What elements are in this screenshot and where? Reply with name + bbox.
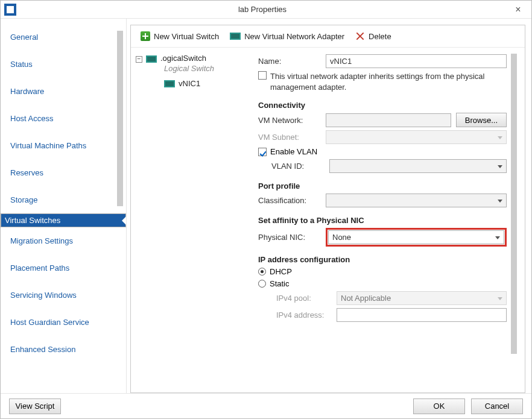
sidebar-item-reserves[interactable]: Reserves (1, 159, 126, 186)
connectivity-heading: Connectivity (258, 101, 507, 110)
sidebar-item-servicing-windows[interactable]: Servicing Windows (1, 282, 126, 309)
tree-root-subtitle: Logical Switch (164, 64, 255, 73)
sidebar: General Status Hardware Host Access Virt… (1, 19, 127, 393)
sidebar-item-label: Placement Paths (10, 263, 69, 273)
toolbar-label: New Virtual Network Adapter (244, 32, 344, 41)
inherit-checkbox[interactable] (258, 71, 267, 80)
sidebar-item-label: Status (10, 60, 33, 69)
vm-subnet-label: VM Subnet: (258, 133, 326, 142)
classification-label: Classification: (258, 196, 326, 205)
form-scrollbar[interactable] (509, 51, 519, 392)
affinity-heading: Set affinity to a Physical NIC (258, 216, 507, 225)
inherit-label: This virtual network adapter inherits se… (270, 71, 507, 92)
tree-child-vnic1[interactable]: vNIC1 (164, 79, 255, 88)
sidebar-item-status[interactable]: Status (1, 51, 126, 78)
physical-nic-select[interactable]: None (328, 230, 504, 244)
delete-icon (355, 31, 365, 41)
plus-icon (141, 31, 150, 41)
new-virtual-switch-button[interactable]: New Virtual Switch (137, 30, 223, 43)
sidebar-item-enhanced-session[interactable]: Enhanced Session (1, 336, 126, 363)
main-panel: New Virtual Switch New Virtual Network A… (130, 25, 525, 393)
toolbar: New Virtual Switch New Virtual Network A… (131, 25, 525, 47)
ip-config-heading: IP address configuration (258, 255, 507, 264)
close-icon[interactable]: × (508, 4, 528, 15)
sidebar-item-host-access[interactable]: Host Access (1, 105, 126, 132)
toolbar-label: Delete (369, 32, 391, 41)
sidebar-item-host-guardian[interactable]: Host Guardian Service (1, 309, 126, 336)
new-virtual-network-adapter-button[interactable]: New Virtual Network Adapter (226, 30, 348, 43)
name-input[interactable] (326, 54, 507, 68)
network-adapter-icon (230, 33, 241, 40)
vnic-icon (164, 80, 175, 87)
sidebar-item-storage[interactable]: Storage (1, 186, 126, 213)
sidebar-item-label: Hardware (10, 87, 44, 96)
physical-nic-label: Physical NIC: (258, 233, 326, 242)
sidebar-item-label: Host Guardian Service (10, 318, 89, 327)
enable-vlan-checkbox[interactable] (258, 148, 267, 156)
sidebar-item-label: Servicing Windows (10, 291, 77, 300)
app-icon (4, 4, 16, 16)
dialog-footer: View Script OK Cancel (1, 393, 531, 418)
tree-child-label: vNIC1 (179, 79, 200, 88)
switch-tree: − .ogicalSwitch Logical Switch vNIC1 (131, 48, 255, 392)
name-label: Name: (258, 57, 326, 66)
sidebar-item-label: General (10, 33, 38, 42)
window-title: lab Properties (16, 5, 508, 14)
vm-network-label: VM Network: (258, 116, 326, 125)
dhcp-radio[interactable] (258, 268, 266, 276)
toolbar-label: New Virtual Switch (154, 32, 219, 41)
tree-root-label: .ogicalSwitch (160, 54, 206, 63)
sidebar-item-vm-paths[interactable]: Virtual Machine Paths (1, 132, 126, 159)
switch-icon (146, 55, 157, 63)
sidebar-item-label: Reserves (10, 168, 43, 177)
sidebar-item-label: Host Access (10, 114, 54, 123)
enable-vlan-label: Enable VLAN (270, 147, 317, 156)
ipv4-pool-select: Not Applicable (337, 291, 507, 305)
adapter-form: Name: This virtual network adapter inher… (255, 48, 525, 392)
vm-network-input[interactable] (326, 113, 451, 127)
static-label: Static (270, 279, 290, 288)
dhcp-label: DHCP (270, 267, 292, 276)
sidebar-item-general[interactable]: General (1, 24, 126, 51)
title-bar: lab Properties × (1, 1, 531, 19)
sidebar-item-migration[interactable]: Migration Settings (1, 227, 126, 254)
tree-collapse-icon[interactable]: − (136, 56, 142, 63)
delete-button[interactable]: Delete (352, 30, 395, 43)
sidebar-item-virtual-switches[interactable]: Virtual Switches (1, 213, 126, 227)
vlan-id-select[interactable] (329, 159, 507, 173)
ipv4-pool-label: IPv4 pool: (258, 294, 337, 303)
sidebar-item-placement-paths[interactable]: Placement Paths (1, 254, 126, 282)
sidebar-item-label: Migration Settings (10, 236, 73, 245)
vlan-id-label: VLAN ID: (258, 162, 329, 171)
cancel-button[interactable]: Cancel (471, 399, 523, 414)
physical-nic-highlight: None (326, 228, 507, 247)
static-radio[interactable] (258, 280, 266, 288)
sidebar-item-label: Storage (10, 195, 38, 204)
sidebar-item-label: Enhanced Session (10, 345, 75, 354)
sidebar-scrollbar[interactable] (115, 31, 125, 381)
sidebar-item-label: Virtual Machine Paths (10, 141, 86, 150)
port-profile-heading: Port profile (258, 181, 507, 191)
tree-root[interactable]: − .ogicalSwitch (136, 52, 255, 64)
view-script-button[interactable]: View Script (9, 399, 61, 414)
browse-button[interactable]: Browse... (456, 113, 507, 127)
vm-subnet-select (326, 130, 507, 144)
ok-button[interactable]: OK (413, 399, 465, 414)
ipv4-address-input (337, 308, 507, 322)
sidebar-item-hardware[interactable]: Hardware (1, 78, 126, 105)
classification-select[interactable] (326, 194, 507, 207)
sidebar-item-label: Virtual Switches (5, 216, 60, 225)
ipv4-address-label: IPv4 address: (258, 310, 337, 320)
